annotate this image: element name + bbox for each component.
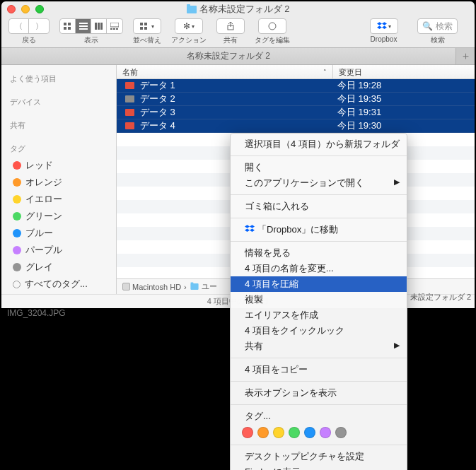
menu-item[interactable]: このアプリケーションで開く▶ — [231, 175, 407, 191]
sidebar-tag-item[interactable]: レッド — [1, 157, 116, 174]
menu-item[interactable]: 開く — [231, 160, 407, 175]
menu-item[interactable]: タグ... — [231, 409, 407, 424]
menu-item[interactable]: 複製 — [231, 292, 407, 307]
search-icon: 🔍 — [422, 21, 433, 31]
column-name[interactable]: 名前˄ — [117, 65, 333, 78]
table-row[interactable]: データ 3今日 19:31 — [117, 106, 475, 119]
menu-separator — [231, 194, 407, 195]
menu-item[interactable]: Finder に表示 — [231, 464, 407, 470]
menu-item[interactable]: 「Dropbox」に移動 — [231, 222, 407, 237]
svg-rect-4 — [79, 23, 88, 24]
svg-rect-12 — [113, 28, 115, 30]
dropbox-button[interactable]: ▾ — [370, 18, 398, 34]
share-group: 共有 — [216, 18, 245, 45]
dropbox-icon — [377, 22, 387, 30]
menu-item[interactable]: 表示オプションを表示 — [231, 385, 407, 401]
svg-rect-3 — [68, 27, 71, 30]
tag-dot-icon — [13, 195, 21, 204]
column-view-button[interactable] — [91, 19, 107, 33]
svg-rect-5 — [79, 25, 88, 27]
sidebar-tag-item[interactable]: ブルー — [1, 225, 116, 242]
action-button[interactable]: ✻▾ — [175, 18, 203, 34]
table-row[interactable]: データ 1今日 19:28 — [117, 79, 475, 93]
search-input[interactable]: 🔍検索 — [417, 18, 458, 34]
svg-rect-2 — [64, 27, 66, 30]
gallery-view-button[interactable] — [107, 19, 122, 33]
share-icon — [226, 22, 235, 30]
menu-tag-dot[interactable] — [289, 427, 300, 438]
sidebar-tag-item[interactable]: パープル — [1, 242, 116, 259]
folder-icon — [190, 283, 198, 290]
sidebar-tag-item[interactable]: グレイ — [1, 259, 116, 276]
share-label: 共有 — [224, 35, 238, 45]
titlebar: 名称未設定フォルダ 2 — [1, 1, 475, 17]
path-crumb[interactable]: Macintosh HD — [122, 283, 181, 291]
menu-tag-dot[interactable] — [304, 427, 315, 438]
sidebar-tag-item[interactable]: イエロー — [1, 191, 116, 208]
svg-point-19 — [269, 23, 276, 30]
sidebar-tag-item[interactable]: グリーン — [1, 208, 116, 225]
menu-item[interactable]: 情報を見る — [231, 245, 407, 261]
menu-item[interactable]: 4 項目をコピー — [231, 362, 407, 377]
svg-rect-6 — [79, 28, 88, 30]
file-icon — [125, 95, 134, 102]
menu-separator — [231, 445, 407, 445]
menu-item[interactable]: 共有▶ — [231, 339, 407, 354]
dropbox-icon — [245, 225, 255, 233]
gear-icon: ✻ — [183, 21, 190, 31]
icon-view-button[interactable] — [60, 19, 76, 33]
svg-rect-10 — [110, 23, 119, 27]
menu-separator — [231, 381, 407, 382]
menu-tag-dot[interactable] — [257, 427, 269, 438]
dropbox-label: Dropbox — [371, 35, 397, 43]
view-group: 表示 — [59, 18, 123, 45]
desktop-file-label: IMG_3204.JPG — [7, 308, 66, 318]
menu-tag-dot[interactable] — [273, 427, 284, 438]
tag-dot-icon — [13, 263, 21, 271]
menu-tag-dot[interactable] — [320, 427, 331, 438]
path-crumb[interactable]: ユー — [190, 281, 217, 292]
svg-rect-7 — [95, 23, 97, 30]
menu-tag-dot[interactable] — [335, 427, 347, 438]
table-row[interactable]: データ 2今日 19:35 — [117, 93, 475, 106]
arrange-group: ▾ 並べ替え — [133, 18, 161, 45]
menu-item[interactable]: エイリアスを作成 — [231, 307, 407, 323]
table-row[interactable]: データ 4今日 19:30 — [117, 119, 475, 133]
add-tab-button[interactable]: ＋ — [456, 48, 475, 64]
menu-item[interactable]: 選択項目（4 項目）から新規フォルダ — [231, 136, 407, 152]
edit-tags-button[interactable] — [258, 18, 286, 34]
menu-item[interactable]: デスクトップピクチャを設定 — [231, 449, 407, 464]
menu-item[interactable]: 4 項目をクイックルック — [231, 323, 407, 339]
sidebar-tags-head: タグ — [1, 141, 116, 157]
sidebar-all-tags[interactable]: すべてのタグ... — [1, 276, 116, 293]
menu-tag-row — [231, 424, 407, 441]
menu-item[interactable]: 4 項目を圧縮 — [231, 276, 407, 292]
tab-current[interactable]: 名称未設定フォルダ 2 — [1, 48, 456, 64]
view-buttons — [59, 18, 123, 34]
svg-rect-0 — [64, 23, 66, 25]
sidebar-tag-item[interactable]: オレンジ — [1, 174, 116, 191]
column-headers: 名前˄ 変更日 — [117, 65, 475, 79]
nav-group: 〈 〉 戻る — [8, 18, 50, 45]
forward-button[interactable]: 〉 — [29, 19, 49, 33]
file-icon — [125, 109, 134, 116]
arrange-label: 並べ替え — [133, 35, 161, 45]
menu-item[interactable]: ゴミ箱に入れる — [231, 199, 407, 214]
list-view-button[interactable] — [76, 19, 91, 33]
menu-separator — [231, 358, 407, 358]
submenu-arrow-icon: ▶ — [394, 341, 400, 350]
svg-rect-8 — [98, 23, 100, 30]
menu-tag-dot[interactable] — [242, 427, 253, 438]
tag-dot-icon — [13, 178, 21, 187]
menu-item[interactable]: 4 項目の名前を変更... — [231, 261, 407, 276]
tags-group: タグを編集 — [255, 18, 290, 45]
arrange-button[interactable]: ▾ — [133, 18, 161, 34]
column-modified[interactable]: 変更日 — [333, 65, 475, 78]
svg-rect-13 — [116, 28, 118, 30]
svg-rect-14 — [140, 23, 143, 25]
tag-icon — [268, 22, 277, 30]
share-button[interactable] — [216, 18, 245, 34]
path-crumb-last[interactable]: 未設定フォルダ 2 — [410, 292, 471, 302]
file-icon — [125, 82, 134, 89]
back-button[interactable]: 〈 — [9, 19, 29, 33]
